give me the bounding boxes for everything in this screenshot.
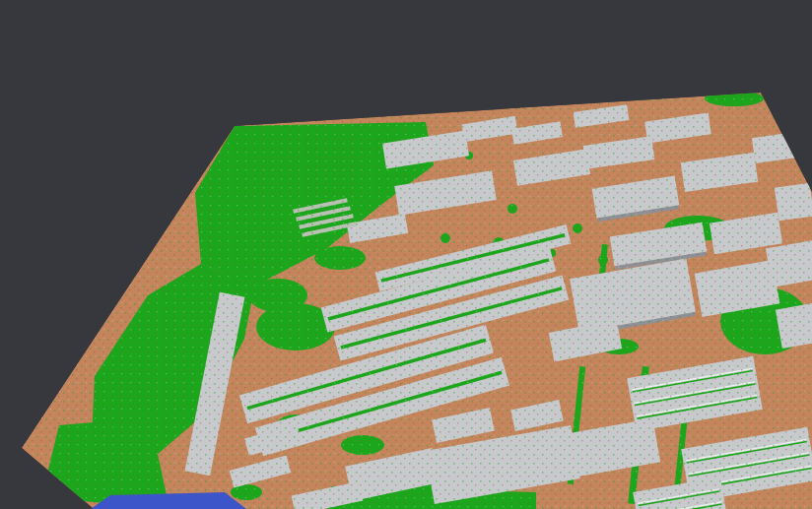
application-window: ▤■▦▲◆▯●▣⊘✱✕▦♣●▩◉▨: [0, 0, 812, 509]
scene-svg: [0, 0, 812, 509]
3d-viewport[interactable]: [0, 14, 812, 509]
